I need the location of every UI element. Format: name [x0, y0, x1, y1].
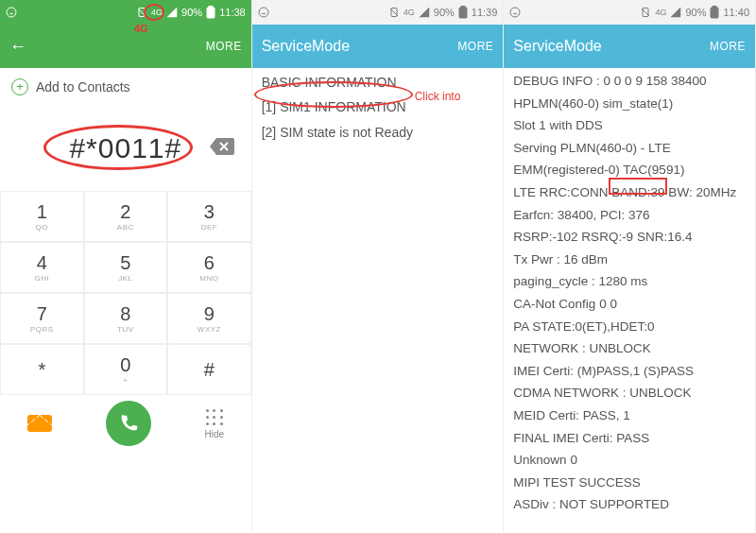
call-button[interactable]: [106, 401, 151, 446]
more-button[interactable]: MORE: [710, 40, 746, 53]
key-0[interactable]: 0+: [84, 344, 168, 395]
list-item: Earfcn: 38400, PCI: 376: [504, 204, 755, 227]
battery-icon: [206, 6, 215, 19]
battery-text: 90%: [181, 7, 202, 18]
signal-icon: [166, 7, 178, 18]
more-button[interactable]: MORE: [457, 40, 493, 53]
list-item: LTE RRC:CONN BAND:39 BW: 20MHz: [504, 181, 755, 204]
svg-rect-14: [713, 6, 716, 8]
battery-icon: [710, 6, 719, 19]
status-bar: 4G 90% 11:40: [504, 0, 755, 25]
network-4g-icon: 4G: [151, 8, 163, 17]
svg-point-0: [7, 8, 16, 17]
list-item: EMM(registered-0) TAC(9591): [504, 159, 755, 181]
keypad-grid-icon: [205, 408, 224, 427]
hide-keypad-button[interactable]: Hide: [205, 408, 225, 439]
list-item: CA-Not Config 0 0: [504, 293, 755, 316]
no-sim-icon: [388, 7, 400, 18]
list-item: HPLMN(460-0) sim_state(1): [504, 93, 755, 115]
svg-rect-9: [461, 6, 465, 8]
svg-point-10: [510, 8, 520, 17]
battery-icon: [458, 6, 468, 19]
list-item: CDMA NETWORK : UNBLOCK: [504, 382, 755, 404]
plus-icon: +: [11, 78, 28, 95]
key-5[interactable]: 5JKL: [84, 242, 168, 293]
signal-icon: [419, 7, 430, 18]
servicemode-menu-list: BASIC INFORMATION [1] SIM1 INFORMATION […: [252, 68, 504, 533]
number-display: #*0011#: [0, 106, 251, 191]
key-7[interactable]: 7PQRS: [0, 293, 84, 344]
list-item: RSRP:-102 RSRQ:-9 SNR:16.4: [504, 226, 755, 249]
list-item: DEBUG INFO : 0 0 0 9 158 38400: [504, 70, 755, 93]
key-star[interactable]: *: [0, 344, 84, 395]
status-bar: 4G 90% 11:39: [252, 0, 504, 25]
key-4[interactable]: 4GHI: [0, 242, 84, 293]
servicemode-header: ServiceMode MORE: [252, 25, 504, 68]
network-4g-icon: 4G: [404, 8, 415, 17]
svg-rect-4: [209, 6, 213, 8]
servicemode-header: ServiceMode MORE: [504, 25, 755, 68]
key-8[interactable]: 8TUV: [84, 293, 168, 344]
list-item: IMEI Certi: (M)PASS,1 (S)PASS: [504, 360, 755, 383]
hide-label: Hide: [205, 429, 225, 439]
servicemode-menu-screen: 4G 90% 11:39 ServiceMode MORE BASIC INFO…: [252, 0, 505, 533]
svg-rect-13: [711, 8, 718, 18]
dialer-actions: Hide: [0, 395, 251, 459]
list-item: MEID Certi: PASS, 1: [504, 404, 755, 427]
list-item: Tx Pwr : 16 dBm: [504, 249, 755, 271]
list-item: Slot 1 with DDS: [504, 114, 755, 137]
more-button[interactable]: MORE: [206, 40, 242, 53]
phone-icon: [118, 413, 139, 434]
dialpad: 1QO 2ABC 3DEF 4GHI 5JKL 6MNO 7PQRS 8TUV …: [0, 191, 251, 395]
whatsapp-icon: [6, 7, 17, 18]
status-bar: 4G 90% 11:38: [0, 0, 251, 25]
list-item: FINAL IMEI Certi: PASS: [504, 427, 755, 450]
list-item: NETWORK : UNBLOCK: [504, 337, 755, 360]
signal-icon: [670, 7, 681, 18]
list-item: MIPI TEST SUCCESS: [504, 472, 755, 494]
no-sim-icon: [136, 7, 147, 18]
back-button[interactable]: ←: [9, 37, 26, 57]
list-item: Serving PLMN(460-0) - LTE: [504, 137, 755, 160]
header-title: ServiceMode: [262, 38, 350, 55]
whatsapp-icon: [258, 7, 269, 18]
message-button[interactable]: [27, 415, 52, 432]
list-item[interactable]: BASIC INFORMATION: [252, 70, 504, 95]
svg-rect-8: [459, 8, 467, 18]
key-3[interactable]: 3DEF: [167, 191, 251, 242]
add-to-contacts-row[interactable]: + Add to Contacts: [0, 68, 251, 106]
servicemode-detail-screen: 4G 90% 11:40 ServiceMode MORE DEBUG INFO…: [504, 0, 756, 533]
dialer-screen: 4G 90% 11:38 4G ← MORE + Add to Contacts…: [0, 0, 252, 533]
battery-text: 90%: [685, 7, 706, 18]
battery-text: 90%: [434, 7, 455, 18]
header-title: ServiceMode: [513, 38, 601, 55]
clock-text: 11:39: [472, 7, 498, 18]
key-2[interactable]: 2ABC: [84, 191, 168, 242]
list-item: Unknown 0: [504, 449, 755, 472]
list-item[interactable]: [1] SIM1 INFORMATION: [252, 95, 504, 119]
clock-text: 11:40: [723, 7, 749, 18]
key-6[interactable]: 6MNO: [167, 242, 251, 293]
svg-rect-3: [207, 8, 215, 18]
network-4g-icon: 4G: [655, 8, 666, 17]
no-sim-icon: [640, 7, 651, 18]
key-hash[interactable]: #: [167, 344, 251, 395]
backspace-button[interactable]: [210, 138, 234, 159]
dialed-number: #*0011#: [69, 132, 181, 164]
add-to-contacts-label: Add to Contacts: [36, 79, 130, 95]
clock-text: 11:38: [219, 7, 246, 18]
list-item: PA STATE:0(ET),HDET:0: [504, 316, 755, 338]
whatsapp-icon: [509, 7, 521, 18]
dialer-header: ← MORE: [0, 25, 251, 68]
list-item: paging_cycle : 1280 ms: [504, 270, 755, 293]
servicemode-detail-list: DEBUG INFO : 0 0 0 9 158 38400 HPLMN(460…: [504, 68, 755, 533]
list-item: ASDiv : NOT SUPPORTED: [504, 493, 755, 516]
key-1[interactable]: 1QO: [0, 191, 84, 242]
svg-point-5: [259, 8, 268, 17]
key-9[interactable]: 9WXYZ: [167, 293, 251, 344]
list-item[interactable]: [2] SIM state is not Ready: [252, 120, 504, 145]
